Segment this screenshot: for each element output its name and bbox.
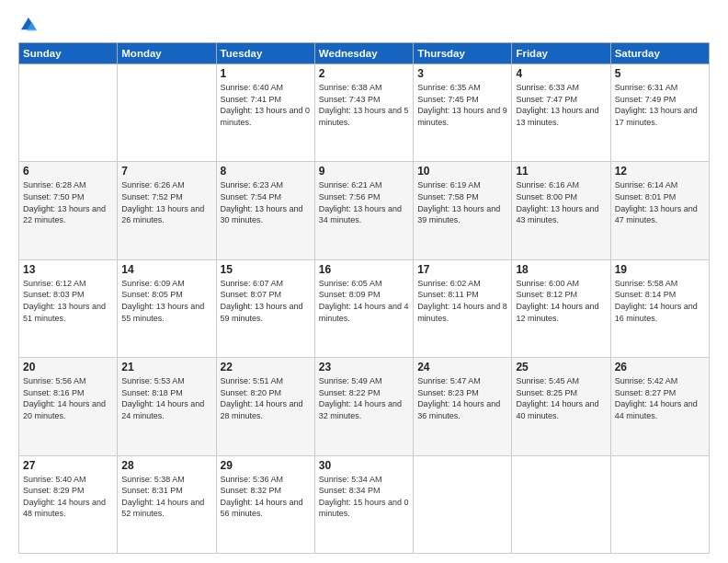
day-info: Sunrise: 6:07 AM Sunset: 8:07 PM Dayligh…	[221, 278, 311, 324]
day-info: Sunrise: 5:47 AM Sunset: 8:23 PM Dayligh…	[417, 375, 507, 421]
day-info: Sunrise: 5:51 AM Sunset: 8:20 PM Dayligh…	[221, 375, 311, 421]
day-number: 28	[121, 459, 211, 472]
week-row-2: 6Sunrise: 6:28 AM Sunset: 7:50 PM Daylig…	[19, 162, 710, 259]
weekday-header-friday: Friday	[512, 43, 610, 64]
calendar-cell: 20Sunrise: 5:56 AM Sunset: 8:16 PM Dayli…	[19, 358, 118, 455]
day-info: Sunrise: 6:38 AM Sunset: 7:43 PM Dayligh…	[319, 82, 409, 128]
day-info: Sunrise: 6:40 AM Sunset: 7:41 PM Dayligh…	[221, 82, 311, 128]
weekday-header-thursday: Thursday	[414, 43, 512, 64]
day-number: 16	[319, 263, 409, 276]
day-info: Sunrise: 6:00 AM Sunset: 8:12 PM Dayligh…	[516, 278, 606, 324]
day-number: 18	[516, 263, 606, 276]
calendar-cell: 28Sunrise: 5:38 AM Sunset: 8:31 PM Dayli…	[118, 455, 216, 553]
calendar-cell: 12Sunrise: 6:14 AM Sunset: 8:01 PM Dayli…	[610, 162, 709, 259]
week-row-4: 20Sunrise: 5:56 AM Sunset: 8:16 PM Dayli…	[19, 358, 710, 455]
day-number: 30	[319, 459, 409, 472]
day-number: 23	[319, 361, 409, 373]
calendar-cell: 19Sunrise: 5:58 AM Sunset: 8:14 PM Dayli…	[610, 259, 709, 357]
day-number: 13	[23, 263, 113, 276]
day-info: Sunrise: 5:36 AM Sunset: 8:32 PM Dayligh…	[221, 474, 311, 520]
day-number: 7	[121, 165, 211, 178]
calendar-cell	[512, 455, 610, 553]
day-info: Sunrise: 6:12 AM Sunset: 8:03 PM Dayligh…	[23, 278, 113, 324]
calendar-cell: 25Sunrise: 5:45 AM Sunset: 8:25 PM Dayli…	[512, 358, 610, 455]
day-number: 19	[615, 263, 705, 276]
header	[18, 15, 710, 35]
day-number: 4	[516, 67, 606, 80]
calendar-cell: 2Sunrise: 6:38 AM Sunset: 7:43 PM Daylig…	[314, 64, 413, 162]
day-info: Sunrise: 5:42 AM Sunset: 8:27 PM Dayligh…	[615, 375, 705, 421]
day-number: 15	[221, 263, 311, 276]
day-number: 22	[221, 361, 311, 373]
calendar-cell	[414, 455, 512, 553]
day-info: Sunrise: 5:38 AM Sunset: 8:31 PM Dayligh…	[121, 474, 211, 520]
day-number: 8	[221, 165, 311, 178]
calendar-cell: 21Sunrise: 5:53 AM Sunset: 8:18 PM Dayli…	[118, 358, 216, 455]
calendar-cell: 1Sunrise: 6:40 AM Sunset: 7:41 PM Daylig…	[216, 64, 314, 162]
calendar-cell: 30Sunrise: 5:34 AM Sunset: 8:34 PM Dayli…	[314, 455, 413, 553]
logo-icon	[18, 15, 39, 35]
calendar-cell: 9Sunrise: 6:21 AM Sunset: 7:56 PM Daylig…	[314, 162, 413, 259]
day-number: 27	[23, 459, 113, 472]
day-info: Sunrise: 6:23 AM Sunset: 7:54 PM Dayligh…	[221, 179, 311, 225]
day-info: Sunrise: 6:14 AM Sunset: 8:01 PM Dayligh…	[615, 179, 705, 225]
day-info: Sunrise: 6:05 AM Sunset: 8:09 PM Dayligh…	[319, 278, 409, 324]
calendar-cell: 8Sunrise: 6:23 AM Sunset: 7:54 PM Daylig…	[216, 162, 314, 259]
day-info: Sunrise: 5:34 AM Sunset: 8:34 PM Dayligh…	[319, 474, 409, 520]
day-number: 10	[417, 165, 507, 178]
day-info: Sunrise: 6:21 AM Sunset: 7:56 PM Dayligh…	[319, 179, 409, 225]
weekday-header-saturday: Saturday	[610, 43, 709, 64]
calendar-cell: 26Sunrise: 5:42 AM Sunset: 8:27 PM Dayli…	[610, 358, 709, 455]
calendar-cell: 24Sunrise: 5:47 AM Sunset: 8:23 PM Dayli…	[414, 358, 512, 455]
page: SundayMondayTuesdayWednesdayThursdayFrid…	[0, 0, 728, 563]
weekday-header-wednesday: Wednesday	[314, 43, 413, 64]
day-info: Sunrise: 6:31 AM Sunset: 7:49 PM Dayligh…	[615, 82, 705, 128]
day-number: 1	[221, 67, 311, 80]
calendar-cell: 22Sunrise: 5:51 AM Sunset: 8:20 PM Dayli…	[216, 358, 314, 455]
day-number: 25	[516, 361, 606, 373]
calendar-cell	[610, 455, 709, 553]
calendar-cell: 10Sunrise: 6:19 AM Sunset: 7:58 PM Dayli…	[414, 162, 512, 259]
calendar-cell: 11Sunrise: 6:16 AM Sunset: 8:00 PM Dayli…	[512, 162, 610, 259]
day-number: 2	[319, 67, 409, 80]
day-number: 3	[417, 67, 507, 80]
logo	[18, 15, 42, 35]
day-number: 21	[121, 361, 211, 373]
calendar-cell: 29Sunrise: 5:36 AM Sunset: 8:32 PM Dayli…	[216, 455, 314, 553]
calendar-cell: 7Sunrise: 6:26 AM Sunset: 7:52 PM Daylig…	[118, 162, 216, 259]
day-number: 20	[23, 361, 113, 373]
day-number: 9	[319, 165, 409, 178]
day-number: 5	[615, 67, 705, 80]
day-info: Sunrise: 6:02 AM Sunset: 8:11 PM Dayligh…	[417, 278, 507, 324]
calendar-cell: 16Sunrise: 6:05 AM Sunset: 8:09 PM Dayli…	[314, 259, 413, 357]
day-info: Sunrise: 6:28 AM Sunset: 7:50 PM Dayligh…	[23, 179, 113, 225]
calendar-cell: 15Sunrise: 6:07 AM Sunset: 8:07 PM Dayli…	[216, 259, 314, 357]
calendar-cell: 4Sunrise: 6:33 AM Sunset: 7:47 PM Daylig…	[512, 64, 610, 162]
weekday-header-row: SundayMondayTuesdayWednesdayThursdayFrid…	[19, 43, 710, 64]
weekday-header-sunday: Sunday	[19, 43, 118, 64]
day-info: Sunrise: 6:16 AM Sunset: 8:00 PM Dayligh…	[516, 179, 606, 225]
day-info: Sunrise: 5:45 AM Sunset: 8:25 PM Dayligh…	[516, 375, 606, 421]
calendar-cell: 17Sunrise: 6:02 AM Sunset: 8:11 PM Dayli…	[414, 259, 512, 357]
week-row-3: 13Sunrise: 6:12 AM Sunset: 8:03 PM Dayli…	[19, 259, 710, 357]
week-row-5: 27Sunrise: 5:40 AM Sunset: 8:29 PM Dayli…	[19, 455, 710, 553]
day-info: Sunrise: 6:26 AM Sunset: 7:52 PM Dayligh…	[121, 179, 211, 225]
calendar-cell: 6Sunrise: 6:28 AM Sunset: 7:50 PM Daylig…	[19, 162, 118, 259]
day-info: Sunrise: 5:56 AM Sunset: 8:16 PM Dayligh…	[23, 375, 113, 421]
calendar-cell: 13Sunrise: 6:12 AM Sunset: 8:03 PM Dayli…	[19, 259, 118, 357]
day-number: 26	[615, 361, 705, 373]
calendar-cell: 18Sunrise: 6:00 AM Sunset: 8:12 PM Dayli…	[512, 259, 610, 357]
day-number: 17	[417, 263, 507, 276]
calendar-cell: 3Sunrise: 6:35 AM Sunset: 7:45 PM Daylig…	[414, 64, 512, 162]
day-info: Sunrise: 6:19 AM Sunset: 7:58 PM Dayligh…	[417, 179, 507, 225]
day-info: Sunrise: 5:58 AM Sunset: 8:14 PM Dayligh…	[615, 278, 705, 324]
day-info: Sunrise: 6:09 AM Sunset: 8:05 PM Dayligh…	[121, 278, 211, 324]
weekday-header-monday: Monday	[118, 43, 216, 64]
day-number: 24	[417, 361, 507, 373]
calendar-cell	[118, 64, 216, 162]
calendar-cell: 5Sunrise: 6:31 AM Sunset: 7:49 PM Daylig…	[610, 64, 709, 162]
day-info: Sunrise: 6:33 AM Sunset: 7:47 PM Dayligh…	[516, 82, 606, 128]
calendar-cell	[19, 64, 118, 162]
day-number: 12	[615, 165, 705, 178]
calendar-cell: 14Sunrise: 6:09 AM Sunset: 8:05 PM Dayli…	[118, 259, 216, 357]
